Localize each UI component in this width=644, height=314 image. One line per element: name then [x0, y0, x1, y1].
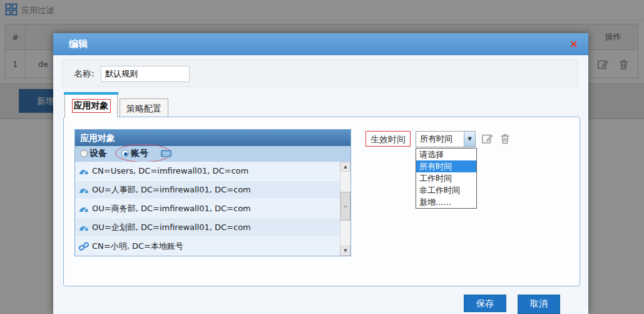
cancel-button[interactable]: 取消 — [518, 295, 560, 314]
list-item[interactable]: OU=人事部, DC=imfirewall01, DC=com — [75, 181, 340, 199]
list-item[interactable]: CN=Users, DC=imfirewall01, DC=com — [75, 162, 340, 181]
edit-dialog: 编辑 × 名称: 应用对象 策略配置 应用对象 设备 — [53, 33, 588, 314]
red-box-annotation: 应用对象 — [72, 99, 111, 113]
name-input[interactable] — [101, 66, 190, 82]
radio-device[interactable]: 设备 — [80, 148, 107, 159]
close-icon[interactable]: × — [570, 38, 578, 50]
name-section: 名称: — [63, 60, 578, 87]
chevron-down-icon[interactable]: ▼ — [464, 132, 475, 147]
list-scrollbar[interactable]: ▲ ≡ ▼ — [340, 162, 350, 256]
select-value: 所有时间 — [420, 132, 452, 147]
effective-time-label: 生效时间 — [365, 131, 411, 147]
application-object-panel: 应用对象 设备 账号 — [74, 129, 351, 256]
effective-time-dropdown: 请选择 所有时间 工作时间 非工作时间 新增...... — [416, 148, 477, 209]
radio-account-circle[interactable] — [121, 150, 129, 157]
tab-application-object[interactable]: 应用对象 — [64, 95, 118, 117]
edit-icon[interactable] — [481, 132, 494, 145]
dialog-titlebar[interactable]: 编辑 × — [53, 33, 588, 55]
radio-account[interactable]: 账号 — [121, 148, 148, 159]
gauge-icon — [79, 204, 89, 213]
dialog-title: 编辑 — [69, 33, 88, 55]
trash-icon[interactable] — [499, 132, 511, 145]
gauge-icon — [79, 186, 89, 194]
list-item[interactable]: OU=商务部, DC=imfirewall01, DC=com — [75, 199, 340, 218]
radio-device-circle[interactable] — [80, 150, 88, 157]
scroll-down-icon[interactable]: ▼ — [340, 246, 350, 256]
object-list: CN=Users, DC=imfirewall01, DC=com OU=人事部… — [75, 162, 340, 256]
panel-header: 应用对象 — [75, 130, 350, 146]
gauge-icon — [79, 167, 89, 175]
dropdown-option[interactable]: 工作时间 — [416, 172, 476, 184]
keyboard-icon[interactable] — [161, 150, 171, 157]
save-button[interactable]: 保存 — [464, 295, 506, 312]
effective-time-select[interactable]: 所有时间 ▼ — [416, 131, 476, 147]
list-item[interactable]: CN=小明, DC=本地账号 — [75, 237, 340, 256]
screen: 应用过滤 # 操作 1 de 新增 — [0, 0, 644, 314]
scrollbar-thumb[interactable]: ≡ — [340, 192, 350, 221]
dropdown-option-selected[interactable]: 所有时间 — [416, 160, 476, 172]
link-icon — [79, 242, 89, 251]
name-label: 名称: — [74, 60, 95, 86]
tab-content: 应用对象 设备 账号 — [63, 117, 580, 286]
gauge-icon — [79, 223, 89, 232]
dropdown-option[interactable]: 非工作时间 — [416, 184, 476, 196]
scroll-up-icon[interactable]: ▲ — [340, 162, 350, 172]
tab-policy-config[interactable]: 策略配置 — [120, 98, 168, 118]
list-item[interactable]: OU=企划部, DC=imfirewall01, DC=com — [75, 218, 340, 237]
object-type-radio-row: 设备 账号 — [75, 146, 350, 162]
dropdown-option[interactable]: 请选择 — [416, 149, 476, 160]
dropdown-option-add-new[interactable]: 新增...... — [416, 196, 476, 208]
